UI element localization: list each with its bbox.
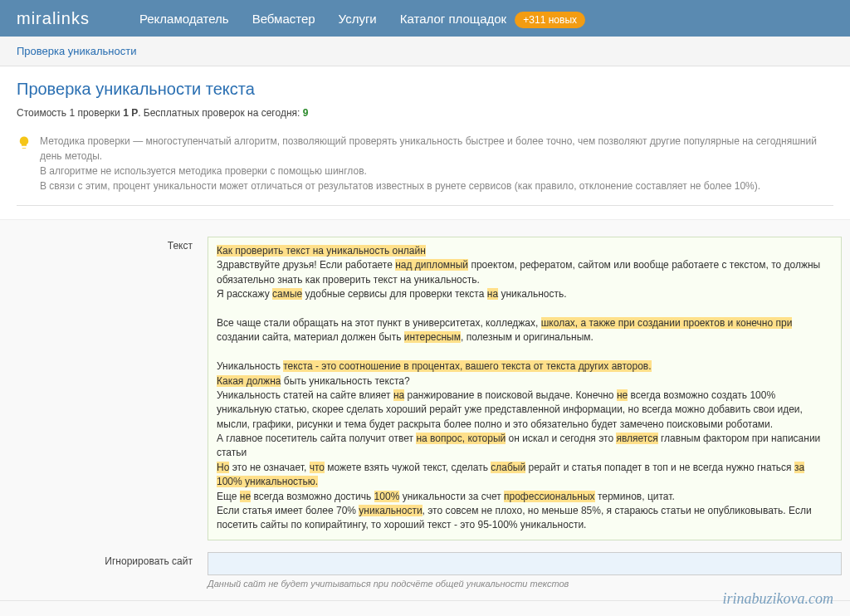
page-title: Проверка уникальности текста: [17, 80, 833, 99]
label-text: Текст: [8, 237, 208, 540]
new-count-badge: +311 новых: [515, 12, 585, 28]
info-line-3: В связи с этим, процент уникальности мож…: [40, 178, 833, 193]
logo[interactable]: miralinks: [17, 9, 90, 28]
ignore-hint: Данный сайт не будет учитываться при под…: [208, 579, 842, 589]
nav-catalog-label: Каталог площадок: [400, 12, 506, 26]
checked-text-box: Как проверить текст на уникальность онла…: [208, 237, 842, 540]
breadcrumb[interactable]: Проверка уникальности: [17, 45, 136, 57]
breadcrumb-bar: Проверка уникальности: [0, 37, 850, 66]
main-nav: Рекламодатель Вебмастер Услуги Каталог п…: [139, 12, 585, 26]
nav-catalog[interactable]: Каталог площадок +311 новых: [400, 12, 585, 26]
label-ignore-site: Игнорировать сайт: [8, 552, 208, 589]
watermark: irinabuzikova.com: [723, 590, 833, 608]
cost-line: Стоимость 1 проверки 1 Р. Бесплатных про…: [17, 107, 833, 119]
info-line-1: Методика проверки — многоступенчатый алг…: [40, 134, 833, 164]
main-header: miralinks Рекламодатель Вебмастер Услуги…: [0, 0, 850, 37]
lightbulb-icon: [17, 135, 32, 150]
nav-advertiser[interactable]: Рекламодатель: [139, 12, 229, 26]
ignore-site-input[interactable]: [208, 552, 842, 575]
cost-value: 1 Р: [123, 107, 138, 119]
info-box: Методика проверки — многоступенчатый алг…: [17, 129, 833, 206]
nav-services[interactable]: Услуги: [339, 12, 377, 26]
free-checks-value: 9: [303, 107, 309, 119]
nav-webmaster[interactable]: Вебмастер: [252, 12, 315, 26]
info-line-2: В алгоритме не используется методика про…: [40, 164, 833, 178]
